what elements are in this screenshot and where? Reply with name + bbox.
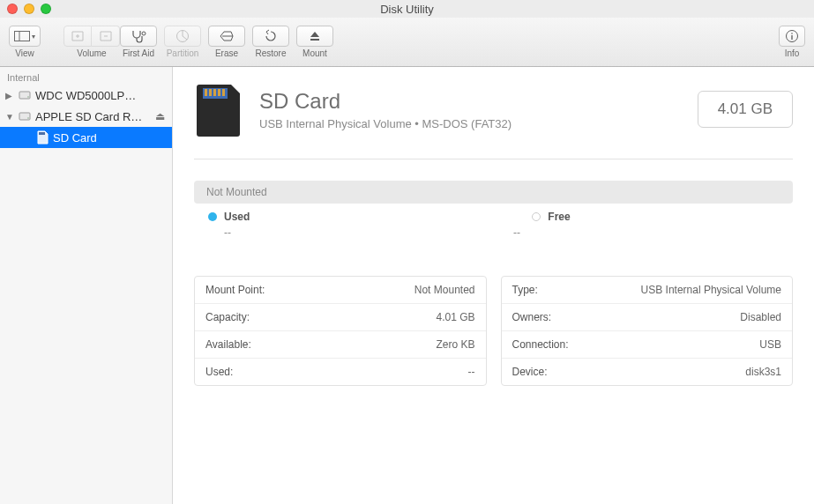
- sd-card-icon: [35, 130, 49, 145]
- mount-button[interactable]: [296, 26, 333, 47]
- detail-used: Used:--: [195, 358, 486, 385]
- details-left: Mount Point:Not Mounted Capacity:4.01 GB…: [194, 276, 487, 386]
- mount-label: Mount: [302, 48, 327, 58]
- detail-owners: Owners:Disabled: [502, 303, 793, 330]
- info-icon: [785, 29, 799, 43]
- mount-status: Not Mounted: [194, 181, 793, 204]
- detail-device: Device:disk3s1: [502, 358, 793, 385]
- volume-add-icon: [71, 30, 85, 42]
- sidebar-view-icon: [14, 31, 30, 41]
- volume-header: SD Card USB Internal Physical Volume • M…: [194, 81, 793, 159]
- details-panel: Mount Point:Not Mounted Capacity:4.01 GB…: [194, 276, 793, 386]
- close-window-button[interactable]: [7, 4, 18, 14]
- sidebar-section-header: Internal: [0, 67, 172, 85]
- used-label: Used: [224, 211, 250, 223]
- sd-card-large-icon: [194, 81, 243, 137]
- free-swatch-icon: [532, 212, 541, 221]
- svg-point-10: [27, 117, 29, 119]
- sidebar-item-label: SD Card: [53, 131, 172, 145]
- disclosure-triangle-icon[interactable]: ▶: [5, 91, 14, 100]
- free-value: --: [513, 226, 520, 239]
- volume-title: SD Card: [259, 89, 512, 114]
- detail-capacity: Capacity:4.01 GB: [195, 303, 486, 330]
- svg-rect-7: [19, 92, 30, 99]
- detail-mount-point: Mount Point:Not Mounted: [195, 277, 486, 303]
- restore-button[interactable]: [252, 26, 289, 47]
- usage-values: -- --: [194, 226, 793, 246]
- svg-rect-17: [222, 89, 225, 96]
- titlebar: Disk Utility: [0, 0, 814, 18]
- content-pane: SD Card USB Internal Physical Volume • M…: [173, 67, 814, 504]
- volume-subtitle: USB Internal Physical Volume • MS-DOS (F…: [259, 117, 512, 130]
- erase-label: Erase: [215, 48, 238, 58]
- partition-label: Partition: [167, 48, 199, 58]
- toolbar: ▾ View Volume First Aid Partition: [0, 18, 814, 67]
- partition-button: [164, 26, 201, 47]
- window-title: Disk Utility: [0, 3, 814, 16]
- sidebar-item-label: APPLE SD Card R…: [35, 110, 152, 123]
- detail-connection: Connection:USB: [502, 330, 793, 358]
- window-controls: [7, 4, 51, 14]
- detail-available: Available:Zero KB: [195, 330, 486, 358]
- add-volume-button: [63, 26, 92, 47]
- free-label: Free: [548, 211, 570, 223]
- svg-rect-11: [39, 132, 45, 135]
- zoom-window-button[interactable]: [41, 4, 51, 14]
- sidebar: Internal ▶ WDC WD5000LP… ▼ APPLE SD Card…: [0, 67, 173, 504]
- sidebar-item-label: WDC WD5000LP…: [35, 89, 172, 102]
- used-swatch-icon: [208, 212, 217, 221]
- usage-legend: Used Free: [194, 204, 793, 226]
- restore-label: Restore: [255, 48, 286, 58]
- capacity-badge: 4.01 GB: [698, 91, 793, 128]
- volume-label: Volume: [77, 48, 106, 58]
- info-label: Info: [785, 48, 800, 58]
- hard-drive-icon: [18, 109, 32, 123]
- minimize-window-button[interactable]: [24, 4, 34, 14]
- stethoscope-icon: [130, 29, 147, 43]
- svg-rect-0: [15, 32, 30, 41]
- svg-point-8: [27, 96, 29, 98]
- first-aid-button[interactable]: [120, 26, 157, 47]
- svg-point-2: [142, 32, 146, 35]
- free-legend: Free: [532, 211, 570, 223]
- pie-chart-icon: [175, 29, 190, 43]
- view-label: View: [15, 48, 34, 58]
- view-button[interactable]: ▾: [9, 26, 41, 47]
- svg-rect-14: [209, 89, 212, 96]
- svg-rect-9: [19, 113, 30, 120]
- remove-volume-button: [92, 26, 120, 47]
- used-legend: Used: [208, 211, 250, 223]
- svg-point-6: [791, 33, 793, 34]
- restore-icon: [264, 29, 278, 43]
- svg-rect-15: [213, 89, 216, 96]
- eject-icon[interactable]: ⏏: [155, 110, 172, 122]
- eject-icon: [309, 30, 321, 42]
- details-right: Type:USB Internal Physical Volume Owners…: [501, 276, 794, 386]
- detail-type: Type:USB Internal Physical Volume: [502, 277, 793, 303]
- main-area: Internal ▶ WDC WD5000LP… ▼ APPLE SD Card…: [0, 67, 814, 504]
- erase-button[interactable]: [208, 26, 245, 47]
- sidebar-item-sd-card[interactable]: SD Card: [0, 127, 172, 148]
- disclosure-triangle-icon[interactable]: ▼: [5, 112, 14, 122]
- erase-icon: [219, 30, 235, 42]
- volume-remove-icon: [99, 30, 113, 42]
- first-aid-label: First Aid: [123, 48, 154, 58]
- sidebar-item-wdc[interactable]: ▶ WDC WD5000LP…: [0, 85, 172, 106]
- hard-drive-icon: [18, 88, 32, 102]
- info-button[interactable]: [779, 26, 805, 47]
- used-value: --: [224, 226, 231, 239]
- sidebar-item-apple-sd[interactable]: ▼ APPLE SD Card R… ⏏: [0, 106, 172, 127]
- svg-rect-16: [218, 89, 220, 96]
- svg-rect-13: [205, 89, 207, 96]
- svg-rect-4: [310, 39, 319, 41]
- chevron-down-icon: ▾: [32, 33, 35, 41]
